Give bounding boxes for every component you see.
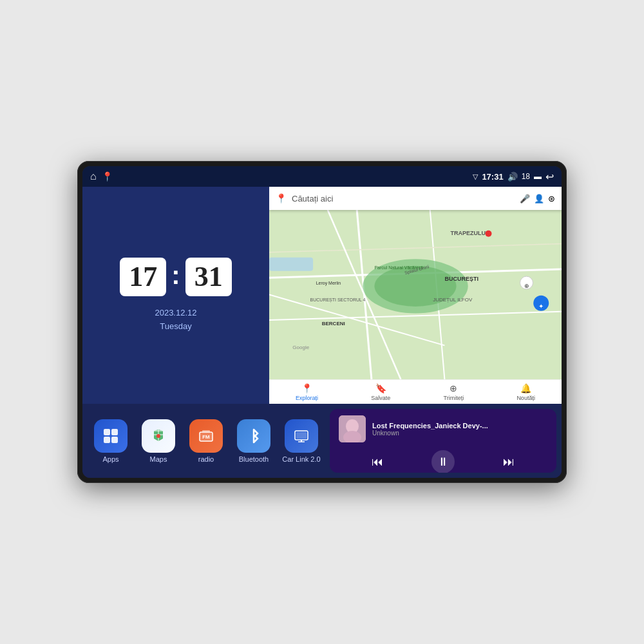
next-icon: ⏭: [503, 455, 515, 469]
carlink-label: Car Link 2.0: [282, 455, 320, 463]
bluetooth-label: Bluetooth: [239, 455, 269, 463]
status-bar: ⌂ 📍 ▽ 17:31 🔊 18 ▬ ↩: [82, 166, 562, 187]
svg-rect-33: [202, 430, 210, 432]
explore-label: Explorați: [296, 395, 318, 401]
map-pin-icon: 📍: [276, 193, 287, 204]
app-icon-apps[interactable]: Apps: [91, 419, 130, 463]
svg-text:BUCUREȘTI: BUCUREȘTI: [444, 276, 478, 282]
map-widget[interactable]: 📍 Căutați aici 🎤 👤 ⊛: [269, 187, 562, 404]
svg-point-18: [486, 231, 492, 237]
app-icon-carlink[interactable]: Car Link 2.0: [282, 419, 321, 463]
account-icon[interactable]: 👤: [534, 194, 544, 204]
bluetooth-icon: [237, 419, 270, 453]
map-nav-news[interactable]: 🔔 Noutăți: [516, 383, 535, 401]
svg-text:Leroy Merlin: Leroy Merlin: [316, 281, 341, 286]
clock-display: 17 : 31: [120, 258, 231, 296]
radio-icon: FM: [189, 419, 223, 453]
app-icon-radio[interactable]: FM radio: [187, 419, 225, 463]
maps-pin-icon[interactable]: 📍: [102, 171, 113, 182]
carlink-icon: [285, 419, 318, 453]
clock-hour: 17: [129, 263, 157, 291]
top-section: 17 : 31 2023.12.12 Tuesday: [82, 187, 562, 404]
battery-level: 18: [522, 172, 530, 181]
maps-icon: [142, 419, 175, 453]
svg-rect-27: [104, 437, 110, 443]
map-search-text[interactable]: Căutați aici: [292, 194, 515, 204]
maps-label: Maps: [150, 455, 167, 463]
app-icon-maps[interactable]: Maps: [139, 419, 178, 463]
layers-icon[interactable]: ⊛: [548, 194, 555, 204]
svg-rect-35: [296, 432, 307, 439]
map-content: 📍 Căutați aici 🎤 👤 ⊛: [269, 187, 562, 404]
svg-rect-25: [104, 429, 110, 435]
signal-icon: ▽: [473, 173, 478, 181]
device-screen: ⌂ 📍 ▽ 17:31 🔊 18 ▬ ↩ 17: [82, 166, 562, 478]
svg-text:FM: FM: [202, 434, 210, 440]
back-icon[interactable]: ↩: [545, 171, 554, 183]
svg-text:TRAPEZULUI: TRAPEZULUI: [450, 230, 487, 236]
music-top: Lost Frequencies_Janieck Devy-... Unknow…: [339, 415, 547, 442]
mic-icon[interactable]: 🎤: [520, 194, 530, 204]
album-art-image: [339, 415, 366, 442]
prev-icon: ⏮: [372, 455, 383, 469]
car-display-device: ⌂ 📍 ▽ 17:31 🔊 18 ▬ ↩ 17: [77, 161, 567, 483]
status-left: ⌂ 📍: [90, 171, 113, 182]
map-nav-saved[interactable]: 🔖 Salvate: [371, 383, 390, 401]
app-icon-bluetooth[interactable]: Bluetooth: [234, 419, 273, 463]
svg-rect-28: [111, 437, 118, 443]
apps-icon: [94, 419, 128, 453]
svg-text:JUDEȚUL ILFOV: JUDEȚUL ILFOV: [433, 297, 473, 303]
share-label: Trimiteți: [444, 395, 464, 401]
svg-text:BUCUREȘTI SECTORUL 4: BUCUREȘTI SECTORUL 4: [310, 298, 366, 303]
clock-date: 2023.12.12 Tuesday: [155, 307, 196, 334]
svg-rect-10: [269, 258, 313, 271]
next-button[interactable]: ⏭: [498, 451, 519, 472]
svg-text:BERCENI: BERCENI: [322, 321, 345, 327]
play-icon: ⏸: [437, 455, 449, 469]
home-icon[interactable]: ⌂: [90, 171, 97, 182]
map-search-bar[interactable]: 📍 Căutați aici 🎤 👤 ⊛: [269, 187, 562, 210]
map-nav-explore[interactable]: 📍 Explorați: [296, 383, 318, 401]
svg-point-29: [156, 434, 160, 438]
map-search-icons: 🎤 👤 ⊛: [520, 194, 555, 204]
svg-text:✦: ✦: [538, 303, 544, 310]
map-nav-bar: 📍 Explorați 🔖 Salvate ⊕ Trimiteți: [269, 379, 562, 404]
explore-icon: 📍: [301, 383, 312, 393]
bottom-section: Apps Maps: [82, 404, 562, 478]
svg-rect-26: [111, 429, 118, 435]
status-time: 17:31: [482, 172, 503, 182]
music-info: Lost Frequencies_Janieck Devy-... Unknow…: [372, 422, 547, 437]
play-pause-button[interactable]: ⏸: [431, 450, 455, 473]
apps-label: Apps: [102, 455, 118, 463]
music-title: Lost Frequencies_Janieck Devy-...: [372, 422, 547, 430]
saved-icon: 🔖: [375, 383, 386, 393]
map-area: TRAPEZULUI BUCUREȘTI JUDEȚUL ILFOV BERCE…: [269, 210, 562, 379]
clock-separator: :: [171, 261, 180, 290]
clock-hour-block: 17: [120, 258, 166, 296]
clock-minute: 31: [194, 263, 223, 291]
music-player: Lost Frequencies_Janieck Devy-... Unknow…: [330, 409, 556, 473]
apps-section: Apps Maps: [82, 404, 330, 478]
clock-date-value: 2023.12.12: [155, 307, 196, 320]
saved-label: Salvate: [371, 395, 390, 401]
news-icon: 🔔: [520, 383, 531, 393]
music-controls: ⏮ ⏸ ⏭: [339, 448, 547, 473]
volume-icon[interactable]: 🔊: [507, 172, 518, 182]
music-artist: Unknown: [372, 430, 547, 437]
battery-icon: ▬: [534, 172, 542, 181]
svg-text:⊕: ⊕: [524, 283, 529, 289]
news-label: Noutăți: [516, 395, 535, 401]
svg-text:Google: Google: [292, 345, 309, 350]
clock-widget: 17 : 31 2023.12.12 Tuesday: [82, 187, 269, 404]
clock-minute-block: 31: [185, 258, 232, 296]
prev-button[interactable]: ⏮: [367, 451, 388, 472]
album-art: [339, 415, 366, 442]
radio-label: radio: [198, 455, 214, 463]
clock-day: Tuesday: [155, 320, 196, 334]
status-right: ▽ 17:31 🔊 18 ▬ ↩: [473, 171, 554, 183]
main-content: 17 : 31 2023.12.12 Tuesday: [82, 187, 562, 478]
map-nav-share[interactable]: ⊕ Trimiteți: [444, 383, 464, 401]
share-icon: ⊕: [450, 383, 457, 393]
